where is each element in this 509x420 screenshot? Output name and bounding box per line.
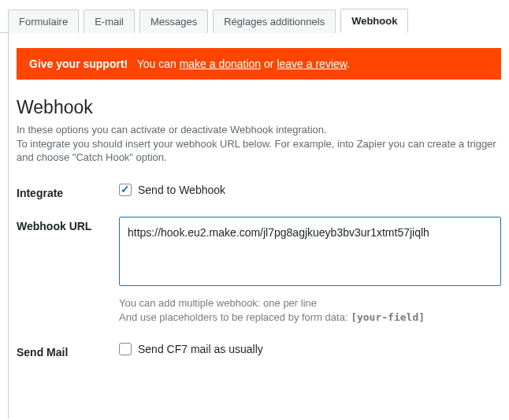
section-title: Webhook [17,97,501,118]
support-banner: Give your support! You can make a donati… [17,48,501,80]
hint-placeholder-token: [your-field] [351,311,425,323]
section-description: In these options you can activate or dea… [17,123,501,165]
send-mail-checkbox-label: Send CF7 mail as usually [138,343,263,355]
hint-line2: And use placeholders to be replaced by f… [119,310,501,325]
send-mail-checkbox-line[interactable]: Send CF7 mail as usually [119,343,501,355]
webhook-url-hint: You can add multiple webhook: one per li… [119,296,501,326]
tab-webhook[interactable]: Webhook [340,9,408,33]
hint-line2-text: And use placeholders to be replaced by f… [119,311,351,323]
send-mail-checkbox[interactable] [119,343,132,355]
banner-strong: Give your support! [29,58,128,70]
tabs-bar: Formulaire E-mail Messages Réglages addi… [0,0,509,33]
webhook-url-label: Webhook URL [17,217,119,232]
banner-review-link[interactable]: leave a review [277,58,347,70]
tab-formulaire[interactable]: Formulaire [8,9,79,33]
integrate-checkbox-label: Send to Webhook [138,184,225,196]
hint-line1: You can add multiple webhook: one per li… [119,296,501,311]
field-webhook-url: Webhook URL You can add multiple webhook… [17,217,501,326]
integrate-checkbox[interactable] [119,184,132,196]
banner-donation-link[interactable]: make a donation [180,58,262,70]
integrate-label: Integrate [17,184,119,199]
send-mail-label: Send Mail [17,343,119,359]
field-integrate: Integrate Send to Webhook [17,184,501,199]
banner-text1: You can [137,58,180,70]
banner-text2: or [261,58,277,70]
tab-messages[interactable]: Messages [139,9,208,33]
banner-text3: . [347,58,350,70]
field-send-mail: Send Mail Send CF7 mail as usually [17,343,501,359]
integrate-checkbox-line[interactable]: Send to Webhook [119,184,501,196]
tab-reglages[interactable]: Réglages additionnels [213,9,336,33]
webhook-url-input[interactable] [119,217,501,286]
tab-email[interactable]: E-mail [84,9,135,33]
panel-webhook: Give your support! You can make a donati… [8,32,509,418]
